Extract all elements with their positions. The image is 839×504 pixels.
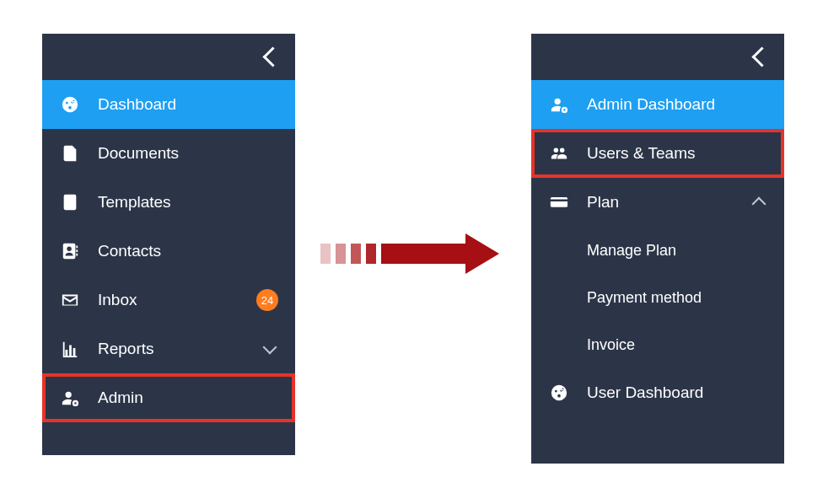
- sidebar-subitem-manage-plan[interactable]: Manage Plan: [531, 227, 784, 274]
- plan-icon: [546, 193, 572, 212]
- document-icon: [57, 144, 83, 163]
- sidebar-subitem-label: Invoice: [587, 336, 635, 354]
- main-sidebar: Dashboard Documents Templates Contacts I…: [42, 34, 295, 455]
- sidebar-item-label: Contacts: [98, 242, 161, 260]
- inbox-icon: [57, 291, 83, 309]
- collapse-icon[interactable]: [751, 46, 772, 67]
- chevron-up-icon: [752, 197, 766, 212]
- sidebar-subitem-label: Manage Plan: [587, 242, 676, 260]
- transition-arrow: [320, 233, 499, 274]
- arrow-dots: [320, 244, 376, 264]
- sidebar-item-label: Users & Teams: [587, 144, 695, 163]
- sidebar-item-templates[interactable]: Templates: [42, 178, 295, 227]
- sidebar-item-label: Reports: [98, 340, 154, 358]
- sidebar-item-plan[interactable]: Plan: [531, 178, 784, 227]
- sidebar-item-label: Admin: [98, 389, 143, 407]
- sidebar-item-label: Admin Dashboard: [587, 95, 715, 114]
- sidebar-item-admin[interactable]: Admin: [42, 373, 295, 422]
- sidebar-subitem-label: Payment method: [587, 289, 702, 307]
- sidebar-item-reports[interactable]: Reports: [42, 324, 295, 373]
- sidebar-item-user-dashboard[interactable]: User Dashboard: [531, 368, 784, 417]
- sidebar-item-inbox[interactable]: Inbox 24: [42, 276, 295, 324]
- sidebar-item-label: User Dashboard: [587, 383, 703, 402]
- sidebar-item-users-teams[interactable]: Users & Teams: [531, 129, 784, 178]
- dashboard-icon: [546, 383, 572, 402]
- admin-icon: [57, 389, 83, 407]
- admin-sidebar: Admin Dashboard Users & Teams Plan Manag…: [531, 34, 784, 464]
- admin-icon: [546, 95, 572, 114]
- sidebar-item-admin-dashboard[interactable]: Admin Dashboard: [531, 80, 784, 129]
- sidebar-subitem-payment-method[interactable]: Payment method: [531, 274, 784, 321]
- sidebar-subitem-invoice[interactable]: Invoice: [531, 321, 784, 368]
- contacts-icon: [57, 242, 83, 260]
- sidebar-header: [531, 34, 784, 80]
- inbox-badge: 24: [256, 289, 278, 311]
- sidebar-item-label: Dashboard: [98, 95, 176, 114]
- sidebar-item-label: Templates: [98, 193, 171, 212]
- sidebar-item-dashboard[interactable]: Dashboard: [42, 80, 295, 129]
- sidebar-item-contacts[interactable]: Contacts: [42, 227, 295, 276]
- sidebar-item-label: Inbox: [98, 291, 137, 309]
- sidebar-item-documents[interactable]: Documents: [42, 129, 295, 178]
- sidebar-header: [42, 34, 295, 80]
- sidebar-item-label: Plan: [587, 193, 619, 212]
- chevron-down-icon: [263, 340, 277, 355]
- collapse-icon[interactable]: [262, 46, 282, 67]
- users-icon: [546, 144, 572, 163]
- dashboard-icon: [57, 95, 83, 114]
- sidebar-item-label: Documents: [98, 144, 179, 163]
- template-icon: [57, 193, 83, 212]
- reports-icon: [57, 340, 83, 358]
